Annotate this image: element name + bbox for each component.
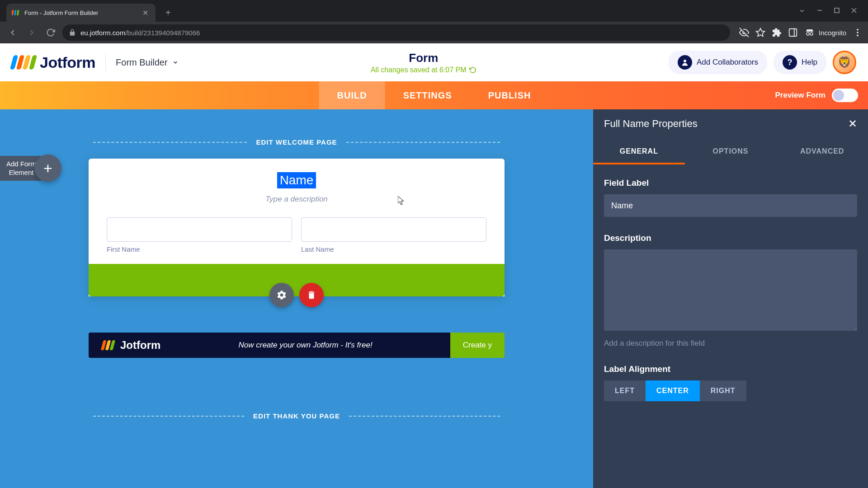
tab-nav: BUILD SETTINGS PUBLISH Preview Form (0, 81, 868, 109)
align-center-button[interactable]: CENTER (646, 380, 700, 401)
maximize-icon[interactable] (834, 7, 840, 14)
help-button[interactable]: ? Help (774, 51, 826, 74)
props-title: Full Name Properties (604, 118, 698, 130)
panel-icon[interactable] (788, 28, 798, 38)
reload-button[interactable] (43, 25, 58, 40)
lock-icon (69, 29, 76, 36)
help-icon: ? (783, 55, 797, 70)
main: Add FormElement + EDIT WELCOME PAGE Name… (0, 109, 868, 488)
tab-title: Form - Jotform Form Builder (24, 9, 141, 16)
welcome-divider[interactable]: EDIT WELCOME PAGE (93, 129, 500, 155)
promo-logo: Jotform (99, 338, 160, 352)
description-textarea[interactable] (604, 249, 857, 331)
svg-marker-8 (756, 28, 764, 36)
cursor-icon (398, 196, 404, 205)
props-tab-advanced[interactable]: ADVANCED (776, 138, 868, 164)
plus-icon: + (34, 155, 61, 182)
address-bar[interactable]: eu.jotform.com/build/231394094879066 (62, 24, 730, 41)
field-delete-button[interactable] (299, 283, 324, 307)
svg-rect-1 (14, 10, 17, 15)
align-left-button[interactable]: LEFT (604, 380, 646, 401)
last-name-label: Last Name (301, 245, 486, 253)
canvas: Add FormElement + EDIT WELCOME PAGE Name… (0, 109, 593, 488)
incognito-badge[interactable]: Incognito (804, 27, 846, 38)
back-button[interactable] (5, 25, 20, 40)
form-title[interactable]: Form (179, 51, 669, 65)
svg-point-12 (810, 33, 813, 35)
promo-create-button[interactable]: Create y (450, 333, 505, 358)
props-tab-options[interactable]: OPTIONS (685, 138, 777, 164)
field-label-input[interactable] (604, 194, 857, 217)
browser-tab[interactable]: Form - Jotform Form Builder ✕ (6, 4, 156, 22)
tab-favicon (12, 9, 20, 17)
browser-titlebar: Form - Jotform Form Builder ✕ + (0, 0, 868, 22)
eye-off-icon[interactable] (739, 28, 749, 38)
add-collaborators-button[interactable]: Add Collaborators (669, 51, 767, 74)
description-title: Description (604, 233, 857, 243)
tab-close-icon[interactable]: ✕ (141, 7, 150, 19)
user-icon (678, 55, 692, 70)
chevron-down-icon (172, 59, 179, 66)
close-window-icon[interactable] (851, 7, 857, 14)
props-close-button[interactable]: ✕ (848, 117, 857, 130)
thankyou-divider[interactable]: EDIT THANK YOU PAGE (93, 403, 500, 429)
preview-toggle: Preview Form (775, 81, 868, 109)
tab-build[interactable]: BUILD (319, 81, 385, 109)
refresh-icon (469, 66, 476, 74)
promo-banner: Jotform Now create your own Jotform - It… (89, 333, 505, 358)
field-settings-button[interactable] (269, 283, 294, 307)
svg-rect-9 (789, 29, 797, 37)
card-description[interactable]: Type a description (107, 195, 486, 204)
incognito-icon (804, 27, 815, 38)
tab-publish[interactable]: PUBLISH (470, 81, 549, 109)
tab-settings[interactable]: SETTINGS (385, 81, 470, 109)
menu-icon[interactable] (853, 28, 863, 38)
preview-toggle-switch[interactable] (832, 89, 858, 102)
svg-point-11 (807, 33, 809, 35)
save-status: All changes saved at 6:07 PM (371, 66, 476, 74)
align-right-button[interactable]: RIGHT (700, 380, 746, 401)
extensions-icon[interactable] (772, 28, 782, 38)
alignment-title: Label Alignment (604, 364, 857, 374)
first-name-input[interactable] (107, 217, 292, 242)
card-title[interactable]: Name (277, 172, 316, 188)
props-tab-general[interactable]: GENERAL (593, 138, 685, 164)
properties-panel: Full Name Properties ✕ GENERAL OPTIONS A… (593, 109, 868, 488)
field-label-title: Field Label (604, 178, 857, 188)
svg-rect-2 (17, 10, 19, 15)
minimize-icon[interactable] (816, 7, 823, 14)
star-icon[interactable] (755, 28, 765, 38)
incognito-label: Incognito (819, 29, 846, 37)
browser-toolbar: eu.jotform.com/build/231394094879066 Inc… (0, 22, 868, 43)
svg-point-15 (857, 35, 859, 37)
tab-dropdown-icon[interactable] (798, 7, 806, 14)
first-name-label: First Name (107, 245, 292, 253)
svg-point-16 (684, 60, 686, 62)
card-footer (89, 264, 505, 296)
promo-text: Now create your own Jotform - It's free! (170, 341, 441, 350)
url-text: eu.jotform.com/build/231394094879066 (80, 29, 200, 37)
avatar[interactable]: 🦁 (833, 51, 856, 74)
app-header: Jotform Form Builder Form All changes sa… (0, 43, 868, 81)
svg-point-14 (857, 32, 859, 33)
description-hint: Add a description for this field (604, 339, 857, 348)
logo-text: Jotform (40, 54, 95, 71)
form-card[interactable]: Name Type a description First Name Last … (89, 159, 505, 296)
form-builder-label: Form Builder (116, 57, 167, 68)
last-name-input[interactable] (301, 217, 486, 242)
svg-rect-4 (835, 8, 839, 13)
window-controls (798, 7, 857, 14)
form-builder-dropdown[interactable]: Form Builder (116, 57, 178, 68)
new-tab-button[interactable]: + (161, 5, 175, 21)
svg-point-13 (857, 29, 859, 31)
logo[interactable]: Jotform (12, 54, 95, 71)
add-element-button[interactable]: Add FormElement + (0, 155, 61, 182)
forward-button[interactable] (24, 25, 39, 40)
svg-rect-0 (12, 10, 14, 15)
